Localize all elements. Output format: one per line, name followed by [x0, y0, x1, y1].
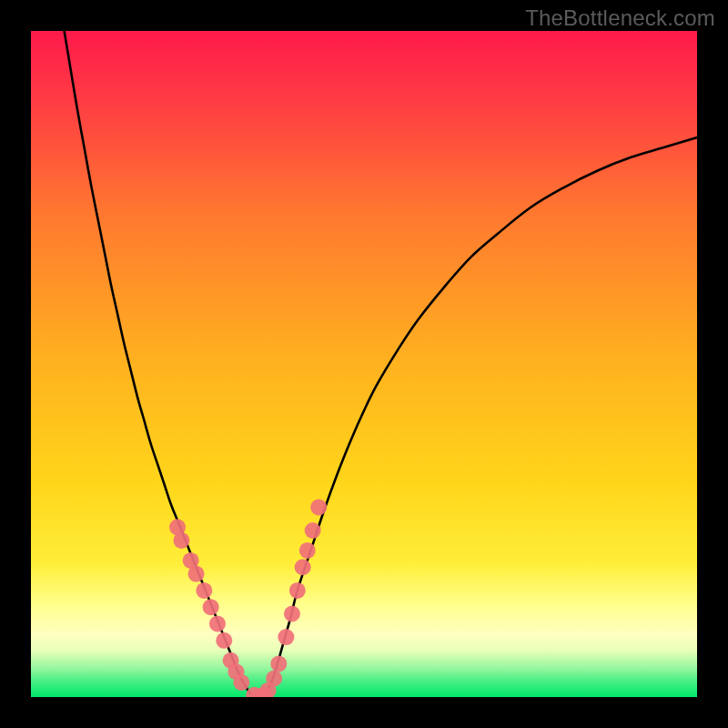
- datapoint: [188, 566, 205, 582]
- datapoint: [278, 629, 294, 645]
- datapoint: [305, 522, 321, 539]
- datapoint: [270, 655, 287, 672]
- chart-frame: TheBottleneck.com: [0, 0, 728, 728]
- datapoint: [295, 559, 311, 575]
- gradient-background: [31, 31, 697, 697]
- datapoint: [266, 671, 282, 687]
- datapoint: [173, 532, 189, 549]
- datapoint: [196, 582, 212, 599]
- datapoint: [299, 542, 316, 559]
- datapoint: [209, 615, 226, 632]
- datapoint: [310, 499, 327, 515]
- watermark-text: TheBottleneck.com: [525, 5, 715, 31]
- datapoint: [289, 582, 306, 599]
- bottleneck-plot: [31, 31, 697, 697]
- datapoint: [216, 632, 232, 649]
- datapoint: [233, 674, 249, 691]
- datapoint: [284, 606, 300, 622]
- datapoint: [203, 599, 219, 615]
